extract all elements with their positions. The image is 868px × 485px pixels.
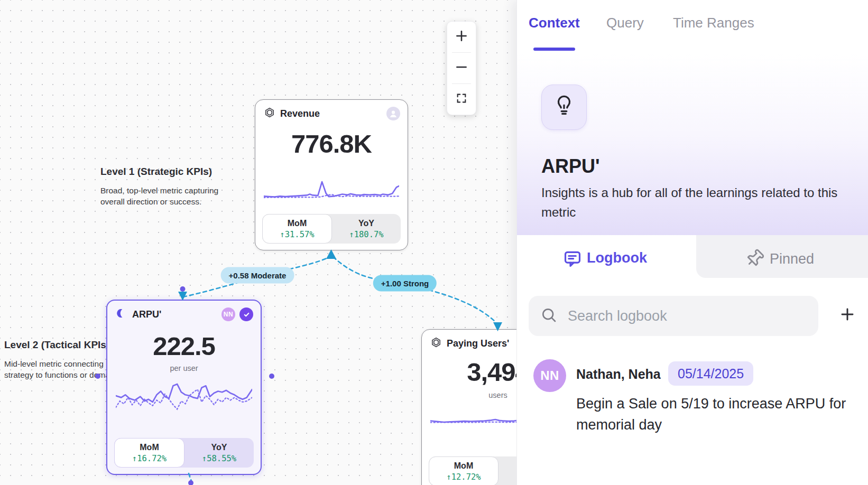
fullscreen-icon [456,92,467,106]
canvas-zoom-controls [447,21,476,115]
metric-title: ARPU' [541,155,600,178]
logbook-subtabs: Logbook Pinned [517,235,868,282]
tab-context[interactable]: Context [529,15,580,31]
arpu-bottom-handle [188,480,193,485]
stat-yoy[interactable]: YoY ↑58.55% [184,438,254,468]
panel-tabs: Context Query Time Ranges [517,0,868,53]
metric-card-paying-users[interactable]: Paying Users' 3,494 users MoM ↑12.72% [421,329,516,485]
arpu-card-title: ARPU' [132,309,161,320]
assignee-badge[interactable]: NN [221,307,235,321]
tab-query[interactable]: Query [606,15,644,31]
arpu-right-handle [269,374,274,379]
edge-label-strong[interactable]: +1.00 Strong [373,275,437,292]
arpu-top-handle [180,286,186,292]
arpu-sparkline [116,378,252,414]
revenue-stats: MoM ↑31.57% YoY ↑180.7% [262,214,401,244]
plus-icon [455,29,468,45]
stat-mom[interactable]: MoM ↑16.72% [114,438,184,468]
revenue-card-header: Revenue [264,107,400,120]
zoom-fit-button[interactable] [447,84,476,115]
subtab-logbook[interactable]: Logbook [587,250,647,266]
logbook-icon [562,249,583,271]
app-root: Level 1 (Strategic KPIs) Broad, top-leve… [0,0,868,485]
zoom-in-button[interactable] [447,22,476,52]
entry-author: Nathan, Neha [576,367,661,382]
zoom-out-button[interactable] [447,53,476,83]
level-2-description: Mid-level metric connecting strategy to … [4,358,123,380]
verified-badge-icon[interactable] [239,307,253,321]
level-2-annotation[interactable]: Level 2 (Tactical KPIs) Mid-level metric… [4,339,123,380]
tab-time-ranges[interactable]: Time Ranges [673,15,754,31]
subtab-pinned-label[interactable]: Pinned [770,251,814,267]
stat-yoy[interactable] [498,456,516,485]
arpu-unit: per user [107,364,261,372]
metric-header-section: ARPU' Insights is a hub for all of the l… [517,53,868,235]
entry-date-badge[interactable]: 05/14/2025 [668,361,753,386]
arpu-value: 222.5 [107,331,261,361]
hexagon-icon [430,337,442,350]
metric-description: Insights is a hub for all of the learnin… [541,183,854,222]
owner-avatar-icon[interactable] [386,107,400,120]
revenue-sparkline [264,177,399,204]
search-input[interactable] [567,307,807,325]
stat-yoy[interactable]: YoY ↑180.7% [332,214,401,244]
metric-tree-canvas[interactable]: Level 1 (Strategic KPIs) Broad, top-leve… [0,0,516,485]
plus-icon [839,306,856,325]
stat-mom[interactable]: MoM ↑12.72% [429,456,498,485]
active-tab-underline [533,48,575,51]
paying-users-value: 3,494 [422,357,516,387]
revenue-value: 776.8K [255,129,408,158]
pushpin-icon [745,249,764,270]
level-2-title: Level 2 (Tactical KPIs) [4,339,123,351]
logbook-search [529,296,818,336]
revenue-card-title: Revenue [280,108,320,119]
search-icon [540,306,557,325]
level-1-title: Level 1 (Strategic KPIs) [100,166,218,178]
level-1-annotation[interactable]: Level 1 (Strategic KPIs) Broad, top-leve… [100,166,218,207]
entry-avatar: NN [533,359,566,392]
metric-card-arpu[interactable]: ARPU' NN 222.5 per user MoM ↑16.72% YoY [106,300,262,475]
insights-icon-box [541,85,587,130]
hexagon-icon [264,107,275,120]
context-panel: Context Query Time Ranges ARPU' Insights… [516,0,868,485]
stat-mom[interactable]: MoM ↑31.57% [262,214,332,244]
crescent-moon-icon [116,307,127,321]
paying-users-stats: MoM ↑12.72% [429,456,516,485]
add-entry-button[interactable] [836,304,858,327]
arpu-stats: MoM ↑16.72% YoY ↑58.55% [114,438,254,468]
entry-message: Begin a Sale on 5/19 to increase ARPU fo… [576,393,848,435]
metric-card-revenue[interactable]: Revenue 776.8K MoM ↑31.57% YoY ↑180.7% [255,99,408,250]
minus-icon [455,60,468,76]
paying-users-card-header: Paying Users' [430,337,516,350]
paying-users-card-title: Paying Users' [447,338,509,349]
arrow-into-revenue [326,249,336,259]
lightbulb-icon [552,94,576,120]
paying-users-unit: users [422,391,516,399]
paying-users-sparkline [430,404,516,430]
level-1-description: Broad, top-level metric capturing overal… [100,185,218,207]
edge-label-moderate[interactable]: +0.58 Moderate [221,267,294,284]
arpu-card-header: ARPU' NN [116,307,253,321]
